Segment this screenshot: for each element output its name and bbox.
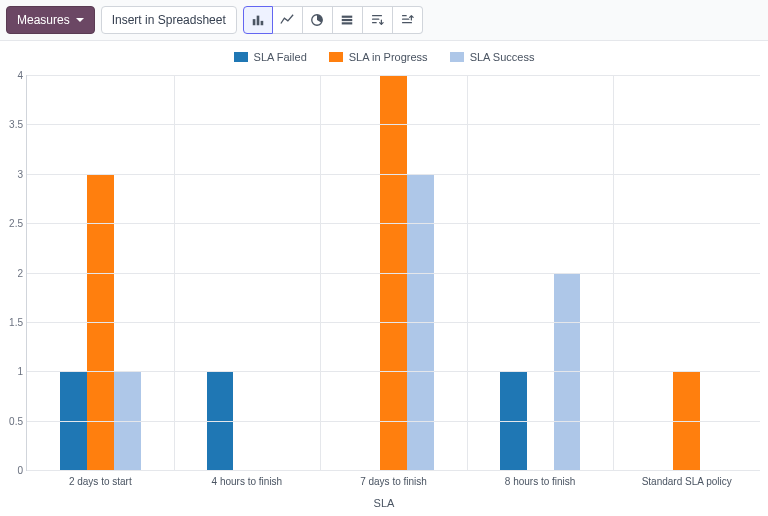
- bar-chart-button[interactable]: [243, 6, 273, 34]
- insert-spreadsheet-label: Insert in Spreadsheet: [112, 13, 226, 27]
- x-tick-label: 7 days to finish: [360, 476, 427, 487]
- svg-rect-1: [256, 16, 259, 26]
- legend-item[interactable]: SLA Failed: [234, 51, 307, 63]
- grid-line: [174, 75, 175, 470]
- line-chart-icon: [280, 13, 294, 27]
- grid-line: [467, 75, 468, 470]
- caret-down-icon: [76, 18, 84, 22]
- x-tick-label: Standard SLA policy: [642, 476, 732, 487]
- y-tick-label: 2: [5, 267, 23, 278]
- legend-item[interactable]: SLA in Progress: [329, 51, 428, 63]
- sort-desc-button[interactable]: [363, 6, 393, 34]
- y-tick-label: 1: [5, 366, 23, 377]
- svg-rect-2: [260, 21, 263, 25]
- grid-line: [27, 421, 760, 422]
- legend: SLA FailedSLA in ProgressSLA Success: [0, 41, 768, 67]
- grid-line: [27, 371, 760, 372]
- x-axis-label: SLA: [374, 497, 395, 509]
- sort-asc-button[interactable]: [393, 6, 423, 34]
- stacked-button[interactable]: [333, 6, 363, 34]
- measures-label: Measures: [17, 13, 70, 27]
- bar-chart-icon: [251, 13, 265, 27]
- measures-button[interactable]: Measures: [6, 6, 95, 34]
- svg-rect-4: [342, 16, 353, 18]
- y-tick-label: 3.5: [5, 119, 23, 130]
- legend-label: SLA Failed: [254, 51, 307, 63]
- x-tick-label: 2 days to start: [69, 476, 132, 487]
- svg-rect-0: [253, 19, 256, 25]
- pie-chart-icon: [310, 13, 324, 27]
- plot: 00.511.522.533.542 days to start4 hours …: [26, 75, 760, 471]
- grid-line: [27, 322, 760, 323]
- legend-swatch: [450, 52, 464, 62]
- sort-desc-icon: [370, 13, 384, 27]
- y-tick-label: 2.5: [5, 218, 23, 229]
- x-tick-label: 4 hours to finish: [212, 476, 283, 487]
- legend-label: SLA Success: [470, 51, 535, 63]
- legend-label: SLA in Progress: [349, 51, 428, 63]
- grid-line: [27, 75, 760, 76]
- grid-line: [27, 470, 760, 471]
- grid-line: [27, 223, 760, 224]
- y-tick-label: 3: [5, 168, 23, 179]
- y-tick-label: 4: [5, 70, 23, 81]
- legend-swatch: [234, 52, 248, 62]
- y-tick-label: 0.5: [5, 415, 23, 426]
- grid-line: [27, 124, 760, 125]
- line-chart-button[interactable]: [273, 6, 303, 34]
- svg-rect-5: [342, 19, 353, 21]
- grid-line: [320, 75, 321, 470]
- grid-line: [27, 174, 760, 175]
- x-tick-label: 8 hours to finish: [505, 476, 576, 487]
- chart-area: SLA FailedSLA in ProgressSLA Success 00.…: [0, 41, 768, 516]
- grid-line: [27, 273, 760, 274]
- sort-asc-icon: [400, 13, 414, 27]
- y-tick-label: 0: [5, 465, 23, 476]
- toolbar: Measures Insert in Spreadsheet: [0, 0, 768, 41]
- grid-line: [613, 75, 614, 470]
- legend-swatch: [329, 52, 343, 62]
- stacked-icon: [340, 13, 354, 27]
- y-tick-label: 1.5: [5, 316, 23, 327]
- svg-rect-6: [342, 22, 353, 24]
- pie-chart-button[interactable]: [303, 6, 333, 34]
- plot-wrap: 00.511.522.533.542 days to start4 hours …: [26, 75, 760, 471]
- chart-type-group: [243, 6, 423, 34]
- insert-spreadsheet-button[interactable]: Insert in Spreadsheet: [101, 6, 237, 34]
- legend-item[interactable]: SLA Success: [450, 51, 535, 63]
